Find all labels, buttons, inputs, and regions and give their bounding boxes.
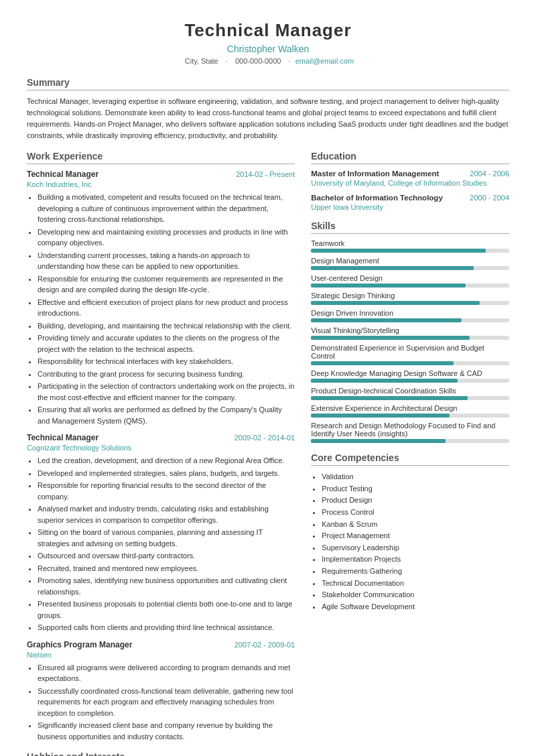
- list-item: Product Testing: [322, 483, 509, 495]
- list-item: Contributing to the grant process for se…: [38, 369, 295, 380]
- list-item: Implementation Projects: [322, 554, 509, 566]
- skill-row: Strategic Design Thinking: [311, 292, 509, 305]
- page-title: Technical Manager: [27, 20, 509, 41]
- list-item: Providing timely and accurate updates to…: [38, 332, 295, 355]
- skill-row: Research and Design Methodology Focused …: [311, 422, 509, 443]
- jobs-container: Technical Manager2014-02 - PresentKoch I…: [27, 170, 295, 742]
- skill-bar-fill: [311, 266, 474, 270]
- skill-name: Strategic Design Thinking: [311, 292, 509, 300]
- skill-bar-bg: [311, 439, 509, 443]
- skill-bar-fill: [311, 284, 466, 288]
- dot-separator: ·: [226, 57, 228, 65]
- list-item: Agile Software Development: [322, 601, 509, 613]
- work-experience-title: Work Experience: [27, 151, 295, 164]
- list-item: Responsible for ensuring the customer re…: [38, 273, 295, 296]
- contact-info: City, State · 000-000-0000 · email@email…: [27, 57, 509, 65]
- skill-name: Research and Design Methodology Focused …: [311, 422, 509, 438]
- hobbies-title: Hobbies and Interests: [27, 751, 295, 756]
- skill-row: Visual Thinking/Storytelling: [311, 326, 509, 340]
- skill-row: Deep Knowledge Managing Design Software …: [311, 369, 509, 383]
- list-item: Developed and implemented strategies, sa…: [38, 468, 295, 479]
- skill-row: Extensive Experience in Architectural De…: [311, 404, 509, 418]
- list-item: Led the creation, development, and direc…: [38, 455, 295, 466]
- list-item: Effective and efficient execution of pro…: [38, 297, 295, 319]
- list-item: Responsibility for technical interfaces …: [38, 356, 295, 367]
- list-item: Promoting sales, identifying new busines…: [38, 575, 295, 597]
- job-title: Graphics Program Manager: [27, 640, 132, 649]
- left-column: Work Experience Technical Manager2014-02…: [27, 141, 295, 756]
- company-name: Cognizant Technology Solutions: [27, 444, 295, 452]
- job-title: Technical Manager: [27, 170, 98, 179]
- header: Technical Manager Christopher Walken Cit…: [27, 20, 509, 65]
- job-entry: Graphics Program Manager2007-02 - 2009-0…: [27, 640, 295, 743]
- edu-entry: Bachelor of Information Technology2000 -…: [311, 194, 509, 211]
- list-item: Project Management: [322, 530, 509, 542]
- skill-bar-fill: [311, 396, 468, 400]
- skill-bar-fill: [311, 318, 462, 322]
- skill-bar-fill: [311, 361, 454, 365]
- list-item: Understanding current processes, taking …: [38, 250, 295, 272]
- list-item: Ensuring that all works are performed as…: [38, 404, 295, 426]
- skill-name: Teamwork: [311, 239, 509, 247]
- list-item: Requirements Gathering: [322, 566, 509, 578]
- list-item: Outsourced and oversaw third-party contr…: [38, 550, 295, 562]
- skill-name: Design Driven Innovation: [311, 309, 509, 317]
- list-item: Product Design: [322, 495, 509, 507]
- dot-separator2: ·: [289, 57, 291, 65]
- list-item: Kanban & Scrum: [322, 519, 509, 531]
- right-column: Education Master of Information Manageme…: [311, 141, 509, 756]
- skill-name: Visual Thinking/Storytelling: [311, 326, 509, 334]
- edu-container: Master of Information Management2004 - 2…: [311, 170, 509, 211]
- list-item: Analysed market and industry trends, cal…: [38, 503, 295, 525]
- skill-bar-bg: [311, 414, 509, 418]
- skill-bar-fill: [311, 249, 485, 253]
- skill-bar-fill: [311, 439, 446, 443]
- list-item: Responsible for reporting financial resu…: [38, 480, 295, 502]
- skill-bar-bg: [311, 396, 509, 400]
- list-item: Building, developing, and maintaining th…: [38, 320, 295, 332]
- list-item: Technical Documentation: [322, 578, 509, 590]
- list-item: Successfully coordinated cross-functiona…: [38, 686, 295, 719]
- company-name: Koch Industries, Inc: [27, 180, 295, 188]
- list-item: Developing new and maintaining existing …: [38, 227, 295, 249]
- list-item: Presented business proposals to potentia…: [38, 598, 295, 621]
- list-item: Building a motivated, competent and resu…: [38, 192, 295, 225]
- hobbies-section: Hobbies and Interests GolfHikingHuntingI…: [27, 751, 295, 756]
- skill-row: Design Management: [311, 257, 509, 270]
- skill-name: Design Management: [311, 257, 509, 265]
- email-link[interactable]: email@email.com: [295, 57, 354, 65]
- list-item: Supervisory Leadership: [322, 542, 509, 554]
- summary-title: Summary: [27, 77, 509, 90]
- skill-name: Deep Knowledge Managing Design Software …: [311, 369, 509, 377]
- skill-row: Product Design-technical Coordination Sk…: [311, 387, 509, 400]
- skill-row: Teamwork: [311, 239, 509, 253]
- skill-bar-bg: [311, 249, 509, 253]
- list-item: Sitting on the board of various companie…: [38, 527, 295, 549]
- skill-name: Demonstrated Experience in Supervision a…: [311, 344, 509, 360]
- person-name: Christopher Walken: [27, 44, 509, 54]
- edu-entry: Master of Information Management2004 - 2…: [311, 170, 509, 187]
- skill-bar-fill: [311, 301, 479, 305]
- job-date: 2007-02 - 2009-01: [234, 641, 295, 649]
- skill-bar-bg: [311, 379, 509, 383]
- skill-name: Product Design-technical Coordination Sk…: [311, 387, 509, 395]
- list-item: Participating in the selection of contra…: [38, 381, 295, 403]
- skill-bar-bg: [311, 284, 509, 288]
- phone: 000-000-0000: [235, 57, 281, 65]
- skill-bar-bg: [311, 361, 509, 365]
- list-item: Ensured all programs were delivered acco…: [38, 662, 295, 684]
- skill-name: Extensive Experience in Architectural De…: [311, 404, 509, 412]
- competencies-list: ValidationProduct TestingProduct DesignP…: [311, 471, 509, 613]
- skill-bar-fill: [311, 379, 458, 383]
- job-entry: Technical Manager2014-02 - PresentKoch I…: [27, 170, 295, 426]
- summary-text: Technical Manager, leveraging expertise …: [27, 96, 509, 141]
- edu-date: 2004 - 2006: [470, 170, 509, 178]
- job-title: Technical Manager: [27, 433, 98, 442]
- skills-container: TeamworkDesign ManagementUser-centered D…: [311, 239, 509, 443]
- list-item: Significantly increased client base and …: [38, 720, 295, 742]
- edu-school: University of Maryland, College of Infor…: [311, 179, 509, 187]
- job-date: 2009-02 - 2014-01: [234, 434, 295, 442]
- skill-name: User-centered Design: [311, 274, 509, 282]
- skill-row: User-centered Design: [311, 274, 509, 288]
- edu-degree: Bachelor of Information Technology: [311, 194, 443, 202]
